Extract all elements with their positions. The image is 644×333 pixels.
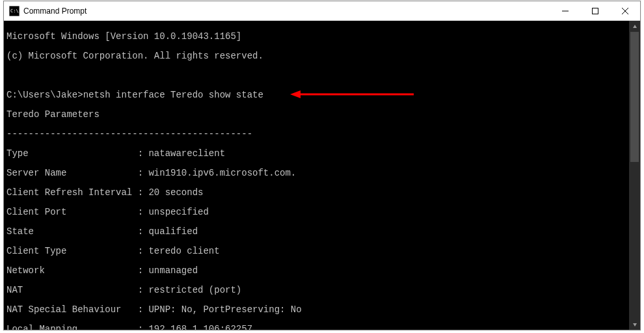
- svg-rect-4: [593, 8, 598, 14]
- prompt-command: netsh interface Teredo show state: [83, 90, 263, 100]
- scroll-down-button[interactable]: [629, 319, 640, 330]
- row-port-label: Client Port :: [7, 207, 148, 217]
- svg-text:C:\: C:\: [10, 8, 19, 14]
- maximize-button[interactable]: [580, 1, 610, 20]
- line-version: Microsoft Windows [Version 10.0.19043.11…: [7, 31, 241, 42]
- row-network-label: Network :: [7, 265, 148, 276]
- output-divider: ----------------------------------------…: [7, 129, 252, 139]
- row-server-value: win1910.ipv6.microsoft.com.: [148, 168, 296, 178]
- prompt-path: C:\Users\Jake>: [7, 90, 83, 100]
- row-type-value: natawareclient: [148, 148, 225, 159]
- terminal-output[interactable]: Microsoft Windows [Version 10.0.19043.11…: [4, 21, 629, 330]
- output-header: Teredo Parameters: [7, 109, 100, 120]
- row-state-label: State :: [7, 226, 148, 237]
- window-controls: [550, 1, 640, 20]
- row-state-value: qualified: [148, 226, 198, 237]
- vertical-scrollbar[interactable]: [629, 21, 640, 330]
- row-network-value: unmanaged: [148, 265, 198, 276]
- row-type-label: Type :: [7, 148, 148, 159]
- row-refresh-label: Client Refresh Interval :: [7, 187, 148, 198]
- row-clienttype-label: Client Type :: [7, 246, 148, 256]
- window-title: Command Prompt: [23, 7, 550, 16]
- svg-marker-7: [633, 25, 637, 28]
- close-button[interactable]: [610, 1, 640, 20]
- command-prompt-window: C:\ Command Prompt Microsoft Windows [Ve…: [3, 1, 641, 330]
- scroll-up-button[interactable]: [629, 21, 640, 32]
- row-natspecial-value: UPNP: No, PortPreserving: No: [148, 304, 301, 315]
- row-localmap-label: Local Mapping :: [7, 324, 148, 330]
- line-copyright: (c) Microsoft Corporation. All rights re…: [7, 51, 263, 61]
- scroll-thumb[interactable]: [630, 32, 639, 162]
- svg-marker-8: [633, 323, 637, 326]
- minimize-button[interactable]: [550, 1, 580, 20]
- row-natspecial-label: NAT Special Behaviour :: [7, 304, 148, 315]
- row-nat-value: restricted (port): [148, 285, 241, 295]
- row-clienttype-value: teredo client: [148, 246, 219, 256]
- row-port-value: unspecified: [148, 207, 208, 217]
- row-refresh-value: 20 seconds: [148, 187, 203, 198]
- terminal-client-area: Microsoft Windows [Version 10.0.19043.11…: [4, 21, 640, 330]
- row-nat-label: NAT :: [7, 285, 148, 295]
- titlebar[interactable]: C:\ Command Prompt: [4, 1, 640, 21]
- row-localmap-value: 192.168.1.106:62257: [148, 324, 252, 330]
- cmd-icon: C:\: [9, 6, 20, 16]
- row-server-label: Server Name :: [7, 168, 148, 178]
